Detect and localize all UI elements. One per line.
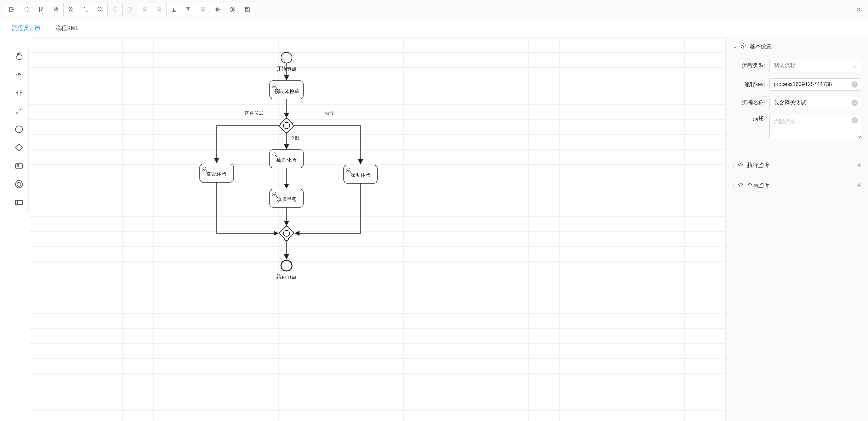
svg-rect-10	[16, 200, 23, 205]
task-label: 抽血化验	[276, 157, 297, 163]
align-left-button[interactable]	[137, 3, 152, 16]
file-export-button[interactable]	[49, 3, 63, 16]
user-task-tool-icon[interactable]	[14, 160, 24, 171]
desc-textarea[interactable]	[769, 115, 861, 139]
edge-label: 普通员工	[244, 110, 263, 116]
end-event-node[interactable]	[281, 260, 292, 271]
form-label: 流程key:	[733, 81, 765, 88]
panel-title: 执行监听	[747, 162, 769, 169]
svg-point-9	[17, 182, 21, 186]
end-event-tool-icon[interactable]	[14, 179, 24, 190]
run-button[interactable]	[225, 3, 240, 16]
edge[interactable]	[217, 182, 278, 233]
align-bottom-button[interactable]	[166, 3, 181, 16]
edge-label: 全部	[290, 135, 299, 141]
tab-designer[interactable]: 流程设计器	[4, 19, 48, 37]
space-tool-icon[interactable]	[14, 87, 24, 98]
svg-point-5	[16, 126, 23, 133]
edge-label: 领导	[325, 110, 334, 116]
align-center-h-button[interactable]	[196, 3, 210, 16]
zoom-reset-button[interactable]	[78, 3, 93, 16]
task-label: 常规体检	[206, 171, 227, 177]
gear-icon	[740, 43, 746, 50]
gateway-tool-icon[interactable]	[14, 142, 24, 153]
zoom-in-button[interactable]	[63, 3, 78, 16]
zoom-out-button[interactable]	[93, 3, 108, 16]
type-select[interactable]: 测试流程 ⌄	[769, 59, 861, 72]
pool-tool-icon[interactable]	[14, 197, 24, 208]
export-button[interactable]	[4, 3, 19, 16]
fit-button[interactable]	[19, 3, 34, 16]
align-top-button[interactable]	[181, 3, 196, 16]
end-event-label: 结束节点	[276, 274, 297, 280]
task-label: 领取体检单	[274, 88, 299, 94]
task-label: 深度体检	[350, 172, 371, 178]
speaker-icon	[738, 181, 744, 189]
edge[interactable]	[295, 183, 361, 233]
key-input[interactable]	[769, 78, 861, 91]
start-event-tool-icon[interactable]	[14, 124, 24, 135]
file-import-button[interactable]	[34, 3, 49, 16]
chevron-down-icon: ⌄	[852, 62, 857, 69]
align-center-v-button[interactable]	[210, 3, 225, 16]
chevron-right-icon: ›	[733, 162, 734, 168]
panel-title: 基本设置	[750, 43, 772, 50]
start-event-node[interactable]	[281, 52, 292, 63]
clear-icon[interactable]: ✕	[852, 81, 858, 88]
form-label: 描述:	[733, 115, 765, 122]
tab-xml[interactable]: 流程XML	[48, 19, 86, 37]
megaphone-icon	[738, 161, 744, 169]
lasso-tool-icon[interactable]	[14, 69, 24, 80]
toolbar	[0, 0, 868, 19]
properties-panel: ⌄ 基本设置 流程类型: 测试流程 ⌄ 流程key:	[725, 37, 868, 421]
panel-exec-listener-header[interactable]: › 执行监听 +	[726, 155, 868, 175]
form-label: 流程类型:	[733, 62, 765, 69]
undo-button[interactable]	[108, 3, 123, 16]
svg-rect-6	[16, 163, 23, 169]
inclusive-gateway-node[interactable]	[279, 226, 294, 241]
panel-global-listener-header[interactable]: › 全局监听 +	[726, 175, 868, 195]
chevron-down-icon: ⌄	[733, 43, 737, 50]
name-input[interactable]	[769, 97, 861, 109]
save-button[interactable]	[240, 3, 255, 16]
inclusive-gateway-node[interactable]	[279, 118, 294, 133]
canvas[interactable]: 开始节点 领取体检单 普通员工 领导 全部	[29, 37, 725, 421]
svg-point-18	[743, 45, 744, 47]
chevron-right-icon: ›	[733, 182, 734, 188]
task-label: 领取早餐	[276, 196, 297, 202]
panel-title: 全局监听	[747, 182, 769, 189]
svg-point-8	[16, 181, 23, 188]
hand-tool-icon[interactable]	[14, 51, 24, 61]
tabs: 流程设计器 流程XML	[0, 19, 868, 37]
add-button[interactable]: +	[857, 161, 861, 170]
connect-tool-icon[interactable]	[14, 106, 24, 116]
close-button[interactable]	[853, 4, 864, 15]
redo-button[interactable]	[122, 3, 137, 16]
palette	[10, 46, 29, 212]
clear-icon[interactable]: ✕	[852, 117, 858, 123]
clear-icon[interactable]: ✕	[852, 100, 858, 106]
align-right-button[interactable]	[152, 3, 167, 16]
panel-basic-header[interactable]: ⌄ 基本设置	[726, 37, 868, 56]
edge[interactable]	[294, 126, 361, 164]
form-label: 流程名称:	[733, 99, 765, 107]
add-button[interactable]: +	[857, 181, 861, 190]
